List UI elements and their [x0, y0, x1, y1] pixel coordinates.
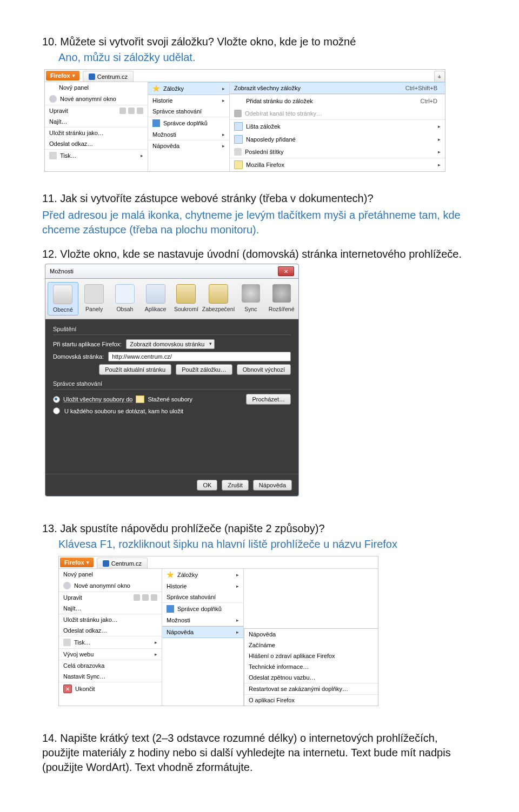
screenshot-bookmarks-menu: Firefox▾ Centrum.cz + Nový panel Nové an…	[44, 69, 445, 172]
menu-item[interactable]: Nápověda▸	[148, 140, 229, 151]
submenu-item[interactable]: O aplikaci Firefox	[244, 695, 378, 706]
menu-item[interactable]: Nové anonymní okno	[45, 93, 148, 105]
chevron-right-icon: ▸	[438, 137, 441, 142]
submenu-item[interactable]: Nápověda	[244, 629, 378, 640]
menu-label: O aplikaci Firefox	[249, 697, 295, 703]
copy-icon[interactable]	[142, 594, 149, 601]
menu-label: Najít…	[49, 118, 68, 125]
menu-item[interactable]: Nastavit Sync…	[59, 671, 162, 682]
submenu-item[interactable]: Poslední štítky▸	[230, 146, 445, 158]
menu-item-exit[interactable]: ✕Ukončit	[59, 682, 162, 695]
menu-item[interactable]: Celá obrazovka	[59, 660, 162, 671]
tab-general[interactable]: Obecné	[48, 282, 78, 316]
tab-content[interactable]: Obsah	[110, 282, 140, 316]
menu-item[interactable]: Správce doplňků	[148, 117, 229, 129]
firefox-menu-button[interactable]: Firefox▾	[46, 71, 79, 80]
submenu-item[interactable]: Odeslat zpětnou vazbu…	[244, 672, 378, 683]
help-button[interactable]: Nápověda	[253, 480, 292, 491]
radio-label: U každého souboru se dotázat, kam ho ulo…	[64, 408, 183, 414]
menu-item[interactable]: Záložky▸	[162, 569, 243, 581]
menu-item[interactable]: Správce doplňků	[162, 603, 243, 615]
menu-item[interactable]: Historie▸	[148, 95, 229, 106]
radio-save-to[interactable]	[53, 396, 60, 403]
submenu-item[interactable]: Naposledy přidané▸	[230, 133, 445, 146]
cut-icon[interactable]	[119, 108, 126, 114]
tab-sync[interactable]: Sync	[236, 282, 265, 316]
submenu-item[interactable]: Restartovat se zakázanými doplňky…	[244, 683, 378, 694]
submenu-item[interactable]: Zobrazit všechny záložkyCtrl+Shift+B	[230, 82, 445, 94]
menu-label: Nový panel	[63, 571, 93, 578]
cancel-button[interactable]: Zrušit	[222, 480, 249, 491]
menu-item[interactable]: Odeslat odkaz…	[59, 625, 162, 636]
menu-item[interactable]: Historie▸	[162, 581, 243, 592]
menu-label: Celá obrazovka	[63, 662, 104, 669]
copy-icon[interactable]	[128, 108, 135, 114]
submenu-item[interactable]: Hlášení o zdraví aplikace Firefox	[244, 650, 378, 661]
tab-apps[interactable]: Aplikace	[141, 282, 170, 316]
menu-item-help[interactable]: Nápověda▸	[162, 626, 243, 638]
menu-item[interactable]: Nový panel	[45, 82, 148, 93]
menu-item[interactable]: Najít…	[59, 603, 162, 614]
tab-panels[interactable]: Panely	[79, 282, 109, 316]
menu-item[interactable]: Najít…	[45, 116, 148, 127]
browse-button[interactable]: Procházet…	[246, 394, 291, 405]
paste-icon[interactable]	[151, 594, 157, 601]
close-button[interactable]: ✕	[278, 266, 294, 276]
chevron-right-icon: ▸	[438, 124, 441, 129]
menu-item[interactable]: Tisk…▸	[45, 150, 148, 162]
menu-label: Ukončit	[75, 686, 95, 692]
ok-button[interactable]: OK	[197, 480, 217, 491]
submenu-item[interactable]: Odebírat kanál této stránky…	[230, 108, 445, 119]
tab-advanced[interactable]: Rozšířené	[267, 282, 296, 316]
cut-icon[interactable]	[134, 594, 140, 601]
restore-default-button[interactable]: Obnovit výchozí	[237, 364, 291, 375]
menu-item[interactable]: Tisk…▸	[59, 636, 162, 648]
menu-item[interactable]: Nový panel	[59, 569, 162, 580]
radio-ask[interactable]	[53, 407, 60, 414]
menu-item[interactable]: Správce stahování	[148, 106, 229, 117]
tab-privacy[interactable]: Soukromí	[171, 282, 201, 316]
menu-item[interactable]: Možnosti▸	[162, 615, 243, 626]
submenu-item[interactable]: Začínáme	[244, 640, 378, 650]
menu-label: Odeslat zpětnou vazbu…	[249, 674, 316, 681]
use-current-button[interactable]: Použít aktuální stránku	[99, 364, 171, 375]
tab-label: Sync	[244, 306, 257, 312]
menu-item[interactable]: Uložit stránku jako…	[45, 127, 148, 138]
submenu-item[interactable]: Mozilla Firefox▸	[230, 158, 445, 171]
submenu-item[interactable]: Přidat stránku do záložekCtrl+D	[230, 95, 445, 108]
menu-item[interactable]: Odeslat odkaz…	[45, 138, 148, 149]
menu-label: Přidat stránku do záložek	[246, 98, 313, 104]
sync-icon	[242, 284, 260, 303]
menu-label: Mozilla Firefox	[246, 162, 284, 168]
submenu-item[interactable]: Lišta záložek▸	[230, 120, 445, 133]
menu-item[interactable]: Upravit	[59, 592, 162, 603]
submenu-item[interactable]: Technické informace…	[244, 661, 378, 672]
menu-label: Technické informace…	[249, 663, 309, 670]
tab-label: Aplikace	[145, 306, 167, 312]
menu-label: Nové anonymní okno	[74, 582, 130, 589]
menu-item[interactable]: Uložit stránku jako…	[59, 614, 162, 625]
tab-centrum[interactable]: Centrum.cz	[83, 71, 134, 82]
question-14: 14. Napište krátký text (2–3 odstavce ro…	[42, 731, 477, 775]
chevron-right-icon: ▸	[222, 98, 225, 103]
tab-centrum[interactable]: Centrum.cz	[97, 558, 148, 568]
homepage-input[interactable]: http://www.centrum.cz/	[108, 352, 291, 361]
menu-item[interactable]: Správce stahování	[162, 592, 243, 602]
menu-item[interactable]: Upravit	[45, 105, 148, 116]
printer-icon	[49, 152, 57, 159]
chevron-right-icon: ▸	[438, 162, 441, 167]
use-bookmark-button[interactable]: Použít záložku…	[176, 364, 232, 375]
menu-item[interactable]: Nové anonymní okno	[59, 580, 162, 592]
tab-label: Obecné	[53, 306, 73, 313]
menu-item-bookmarks[interactable]: Záložky▸	[148, 82, 229, 95]
tab-favicon-icon	[103, 560, 109, 567]
menu-label: Hlášení o zdraví aplikace Firefox	[249, 653, 335, 659]
paste-icon[interactable]	[137, 108, 143, 114]
firefox-menu-button[interactable]: Firefox▾	[60, 558, 94, 567]
startup-select[interactable]: Zobrazit domovskou stránku	[126, 339, 215, 349]
menu-item[interactable]: Možnosti▸	[148, 129, 229, 140]
tab-security[interactable]: Zabezpečení	[202, 282, 235, 316]
new-tab-button[interactable]: +	[434, 71, 445, 82]
menu-item[interactable]: Vývoj webu▸	[59, 649, 162, 660]
firefox-label: Firefox	[64, 559, 84, 566]
